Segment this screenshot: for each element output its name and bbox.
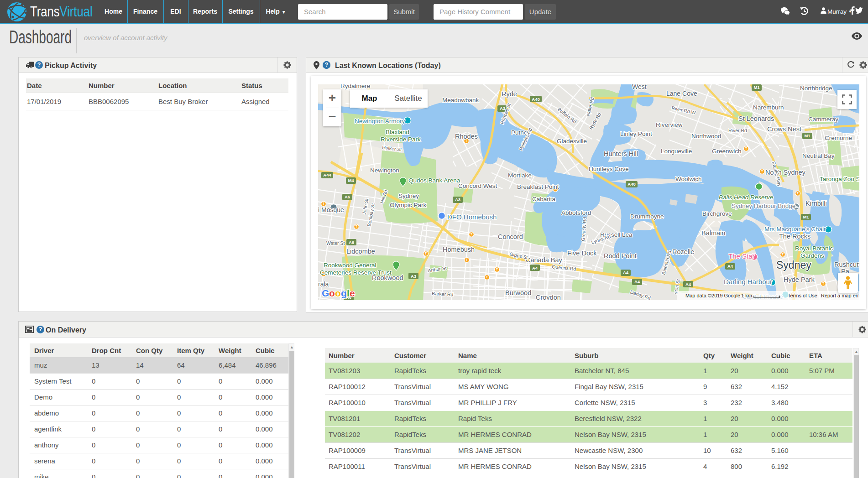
svg-text:Gladesville: Gladesville <box>557 138 587 145</box>
svg-text:Concord: Concord <box>498 233 523 240</box>
svg-text:Rodd Point: Rodd Point <box>604 252 637 260</box>
svg-text:Breakfast Point: Breakfast Point <box>517 183 559 190</box>
svg-text:Darling Harbour: Darling Harbour <box>724 278 772 286</box>
svg-text:A4: A4 <box>532 265 538 270</box>
svg-text:Terms of Use: Terms of Use <box>788 293 817 298</box>
svg-text:Mortlake: Mortlake <box>508 172 532 179</box>
svg-text:T: T <box>761 170 763 173</box>
svg-text:North Sydney: North Sydney <box>765 169 806 176</box>
svg-text:A6: A6 <box>349 240 354 245</box>
svg-text:West: West <box>632 84 647 90</box>
svg-text:Mrs Macquarie's Chair: Mrs Macquarie's Chair <box>764 226 826 233</box>
svg-text:A40: A40 <box>627 182 635 187</box>
svg-text:River Rd: River Rd <box>728 128 747 133</box>
svg-text:Hunters Hill: Hunters Hill <box>604 150 638 157</box>
svg-text:Taronga Zoo Sy: Taronga Zoo Sy <box>820 176 859 182</box>
svg-text:Greenwich: Greenwich <box>712 148 742 155</box>
svg-text:M4: M4 <box>348 178 354 183</box>
svg-text:Rydalmere: Rydalmere <box>340 84 370 89</box>
svg-text:Barker Rd: Barker Rd <box>432 291 454 297</box>
svg-text:Drummoyne: Drummoyne <box>630 213 664 220</box>
svg-text:T: T <box>356 225 358 228</box>
svg-text:A4: A4 <box>685 282 691 287</box>
svg-text:Naremburn: Naremburn <box>753 104 784 111</box>
svg-text:T: T <box>782 253 784 256</box>
svg-text:M1: M1 <box>804 133 810 138</box>
svg-text:Five Dock: Five Dock <box>567 249 597 257</box>
svg-text:A40: A40 <box>532 97 539 102</box>
svg-text:Concord West: Concord West <box>458 182 497 189</box>
svg-text:Riverside Park: Riverside Park <box>381 136 421 143</box>
svg-text:G: G <box>322 288 329 298</box>
svg-text:Rushcutt: Rushcutt <box>834 261 859 268</box>
svg-text:Sydney: Sydney <box>776 259 811 271</box>
svg-text:T: T <box>466 258 468 261</box>
svg-text:Cabarita: Cabarita <box>532 196 556 203</box>
svg-text:St Leonards: St Leonards <box>738 115 774 122</box>
svg-text:Kirribilli: Kirribilli <box>805 200 827 207</box>
svg-text:Qudos Bank Arena: Qudos Bank Arena <box>408 177 460 184</box>
svg-text:Hyde Park: Hyde Park <box>784 276 815 283</box>
svg-text:Report a map error: Report a map error <box>821 293 859 298</box>
svg-text:Rozelle: Rozelle <box>672 248 694 255</box>
svg-text:Lidcombe: Lidcombe <box>346 248 375 255</box>
svg-text:Rookwood General: Rookwood General <box>324 262 376 269</box>
svg-text:Blaxland: Blaxland <box>386 129 409 135</box>
svg-text:T: T <box>745 147 748 150</box>
svg-text:The Rocks: The Rocks <box>779 233 810 240</box>
svg-text:i Mosque: i Mosque <box>318 206 344 213</box>
svg-text:M1: M1 <box>803 214 809 219</box>
svg-text:Croydon: Croydon <box>536 294 561 300</box>
svg-text:Newington: Newington <box>370 167 399 174</box>
svg-text:rala: rala <box>318 281 329 288</box>
svg-text:T: T <box>425 252 427 255</box>
svg-text:Lane Cove: Lane Cove <box>666 90 697 97</box>
svg-text:Water St: Water St <box>326 240 345 246</box>
svg-text:Northbridge: Northbridge <box>800 85 832 92</box>
svg-text:A4: A4 <box>634 279 640 284</box>
svg-text:Birchgrove: Birchgrove <box>702 210 732 217</box>
svg-text:Ryde: Ryde <box>502 90 517 98</box>
svg-text:Cremorne: Cremorne <box>825 135 852 141</box>
svg-text:Riverview: Riverview <box>656 121 683 128</box>
svg-text:Woolwich: Woolwich <box>675 176 702 182</box>
svg-text:Crows Nest: Crows Nest <box>767 125 801 133</box>
svg-text:Linley Point: Linley Point <box>620 130 652 137</box>
svg-text:Sydney Harbour Bridge: Sydney Harbour Bridge <box>732 203 795 209</box>
svg-text:A6: A6 <box>345 194 350 199</box>
svg-text:Balmain: Balmain <box>701 229 725 237</box>
svg-text:Longueville: Longueville <box>661 148 692 155</box>
svg-text:T: T <box>323 202 325 205</box>
svg-text:Balls Head Reserve: Balls Head Reserve <box>719 194 773 201</box>
svg-text:Newington Armory: Newington Armory <box>355 118 405 125</box>
svg-text:1 km: 1 km <box>741 293 752 298</box>
svg-text:A3: A3 <box>411 274 416 279</box>
svg-text:Canada Bay: Canada Bay <box>526 256 563 264</box>
svg-text:Homebush: Homebush <box>443 246 475 253</box>
svg-text:o: o <box>329 288 335 298</box>
svg-text:Sydney: Sydney <box>398 192 419 199</box>
svg-text:A44: A44 <box>323 172 331 177</box>
svg-text:A4: A4 <box>727 264 733 269</box>
svg-text:Royal Botanic: Royal Botanic <box>795 245 833 252</box>
svg-text:l: l <box>347 288 350 298</box>
svg-text:g: g <box>341 288 347 298</box>
svg-text:DFO Homebush: DFO Homebush <box>447 213 497 221</box>
svg-text:Gardens: Gardens <box>800 252 824 259</box>
svg-text:T: T <box>471 233 473 236</box>
svg-text:e: e <box>350 288 355 298</box>
svg-text:T: T <box>486 275 488 279</box>
svg-text:T: T <box>797 192 799 195</box>
svg-text:Meadowbank: Meadowbank <box>442 97 479 104</box>
svg-text:Map data ©2019 Google: Map data ©2019 Google <box>685 293 740 298</box>
svg-text:Huntleys Cove: Huntleys Cove <box>589 166 629 172</box>
svg-text:Neutral Bay: Neutral Bay <box>802 152 835 159</box>
svg-text:A3: A3 <box>455 197 460 202</box>
svg-text:Cammeray: Cammeray <box>808 116 838 123</box>
svg-text:A4: A4 <box>623 270 629 275</box>
svg-text:Burwood: Burwood <box>505 289 531 296</box>
svg-text:o: o <box>335 288 341 298</box>
svg-text:T: T <box>496 268 498 271</box>
svg-text:Olympic Park: Olympic Park <box>390 202 427 208</box>
svg-text:The Star: The Star <box>728 252 755 260</box>
